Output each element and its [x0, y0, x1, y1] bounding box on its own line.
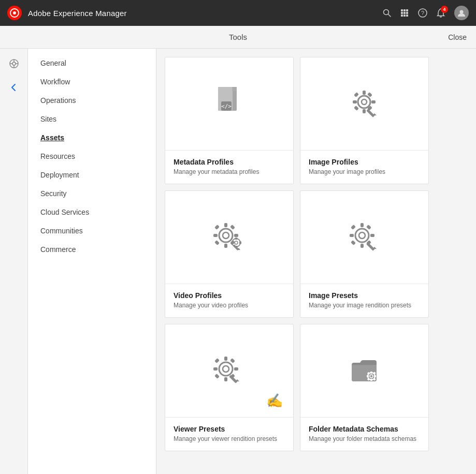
svg-rect-82: [370, 372, 372, 374]
user-avatar[interactable]: [454, 6, 469, 20]
card-desc-image-profiles: Manage your image profiles: [309, 168, 420, 175]
svg-rect-10: [406, 14, 408, 17]
svg-point-49: [235, 241, 238, 244]
notification-badge: 4: [441, 6, 448, 13]
svg-rect-53: [239, 241, 241, 244]
svg-rect-74: [214, 358, 220, 363]
card-image-presets[interactable]: Image Presets Manage your image renditio…: [300, 190, 429, 318]
svg-rect-31: [371, 100, 376, 103]
folder-gear-icon: [347, 356, 383, 387]
sidebar-item-commerce[interactable]: Commerce: [28, 240, 156, 259]
card-folder-metadata-schemas[interactable]: Folder Metadata Schemas Manage your fold…: [300, 324, 429, 451]
svg-rect-32: [354, 92, 359, 97]
svg-rect-66: [366, 242, 374, 250]
svg-rect-22: [233, 87, 237, 91]
svg-rect-50: [235, 238, 237, 240]
svg-rect-58: [360, 223, 364, 227]
apps-grid-icon[interactable]: [400, 9, 409, 17]
card-info-image-profiles: Image Profiles Manage your image profile…: [300, 151, 428, 184]
card-desc-video-profiles: Manage your video profiles: [174, 302, 285, 309]
card-icon-area-image-profiles: [300, 57, 428, 151]
card-viewer-presets[interactable]: ✍ Viewer Presets Manage your viewer rend…: [165, 324, 294, 451]
svg-rect-29: [363, 109, 366, 113]
gear-edit-icon-image-profiles: [347, 88, 383, 120]
svg-point-69: [223, 366, 229, 372]
card-info-metadata-profiles: Metadata Profiles Manage your metadata p…: [165, 151, 293, 184]
svg-rect-4: [406, 9, 408, 11]
svg-rect-43: [234, 234, 238, 237]
svg-rect-72: [213, 367, 218, 371]
svg-point-27: [362, 99, 367, 105]
back-icon[interactable]: [6, 80, 22, 95]
svg-rect-2: [401, 9, 403, 11]
sidebar-item-sites[interactable]: Sites: [28, 110, 156, 128]
svg-rect-52: [231, 241, 233, 244]
hand-cursor-icon: ✍: [266, 393, 283, 409]
svg-rect-44: [214, 225, 220, 230]
sidebar-icon-panel: [0, 49, 28, 474]
sidebar-item-general[interactable]: General: [28, 54, 156, 72]
svg-rect-63: [366, 225, 371, 230]
sidebar-item-operations[interactable]: Operations: [28, 91, 156, 110]
svg-line-1: [388, 14, 391, 17]
svg-rect-61: [370, 234, 374, 237]
svg-rect-60: [350, 234, 354, 237]
svg-rect-76: [214, 374, 220, 379]
svg-rect-9: [403, 14, 406, 17]
help-icon[interactable]: ?: [418, 8, 427, 18]
card-grid: </> Metadata Profiles Manage your metada…: [165, 57, 429, 451]
svg-point-26: [358, 96, 370, 108]
sidebar-item-deployment[interactable]: Deployment: [28, 166, 156, 184]
sidebar-item-security[interactable]: Security: [28, 184, 156, 203]
svg-rect-70: [224, 357, 227, 361]
gear-edit-icon-video-profiles: [211, 222, 248, 253]
top-navigation: Adobe Experience Manager: [0, 0, 476, 26]
svg-rect-46: [214, 240, 220, 245]
gear-edit-icon-viewer-presets: [211, 356, 248, 387]
card-info-folder-metadata-schemas: Folder Metadata Schemas Manage your fold…: [300, 418, 428, 451]
card-desc-image-presets: Manage your image rendition presets: [309, 302, 420, 309]
tools-bar-close-button[interactable]: Close: [448, 33, 467, 41]
svg-rect-36: [366, 109, 374, 117]
sidebar-item-communities[interactable]: Communities: [28, 221, 156, 240]
sidebar-item-cloud-services[interactable]: Cloud Services: [28, 203, 156, 221]
sidebar-item-resources[interactable]: Resources: [28, 147, 156, 166]
svg-rect-71: [224, 377, 227, 381]
search-icon[interactable]: [383, 9, 391, 17]
tool-pin-icon[interactable]: [6, 56, 22, 71]
svg-rect-64: [351, 240, 356, 245]
nav-icons: ? 4: [383, 6, 469, 20]
card-title-metadata-profiles: Metadata Profiles: [174, 158, 285, 166]
card-icon-area-metadata-profiles: </>: [165, 57, 293, 151]
card-title-video-profiles: Video Profiles: [174, 291, 285, 300]
svg-point-38: [219, 229, 233, 242]
card-icon-area-image-presets: [300, 191, 428, 284]
svg-rect-42: [213, 234, 218, 237]
svg-text:</>: </>: [221, 103, 232, 110]
svg-rect-8: [401, 14, 403, 17]
svg-rect-62: [351, 225, 356, 230]
card-title-viewer-presets: Viewer Presets: [174, 425, 285, 433]
sidebar-nav: General Workflow Operations Sites Assets…: [28, 49, 156, 474]
svg-point-68: [219, 362, 233, 376]
svg-rect-7: [406, 12, 408, 14]
card-icon-area-video-profiles: [165, 191, 293, 284]
card-metadata-profiles[interactable]: </> Metadata Profiles Manage your metada…: [165, 57, 294, 184]
svg-rect-5: [401, 12, 403, 14]
card-info-image-presets: Image Presets Manage your image renditio…: [300, 284, 428, 317]
svg-rect-84: [367, 375, 369, 377]
svg-point-13: [460, 10, 464, 14]
card-desc-viewer-presets: Manage your viewer rendition presets: [174, 435, 285, 442]
card-video-profiles[interactable]: Video Profiles Manage your video profile…: [165, 190, 294, 318]
svg-point-56: [355, 229, 369, 242]
notification-icon[interactable]: 4: [437, 8, 445, 18]
sidebar-item-workflow[interactable]: Workflow: [28, 72, 156, 91]
card-image-profiles[interactable]: Image Profiles Manage your image profile…: [300, 57, 429, 184]
svg-rect-41: [224, 244, 227, 248]
card-desc-metadata-profiles: Manage your metadata profiles: [174, 168, 285, 175]
main-layout: General Workflow Operations Sites Assets…: [0, 49, 476, 474]
svg-rect-6: [403, 12, 406, 14]
svg-rect-85: [374, 375, 376, 377]
sidebar-item-assets[interactable]: Assets: [28, 128, 156, 147]
svg-rect-28: [363, 91, 366, 95]
